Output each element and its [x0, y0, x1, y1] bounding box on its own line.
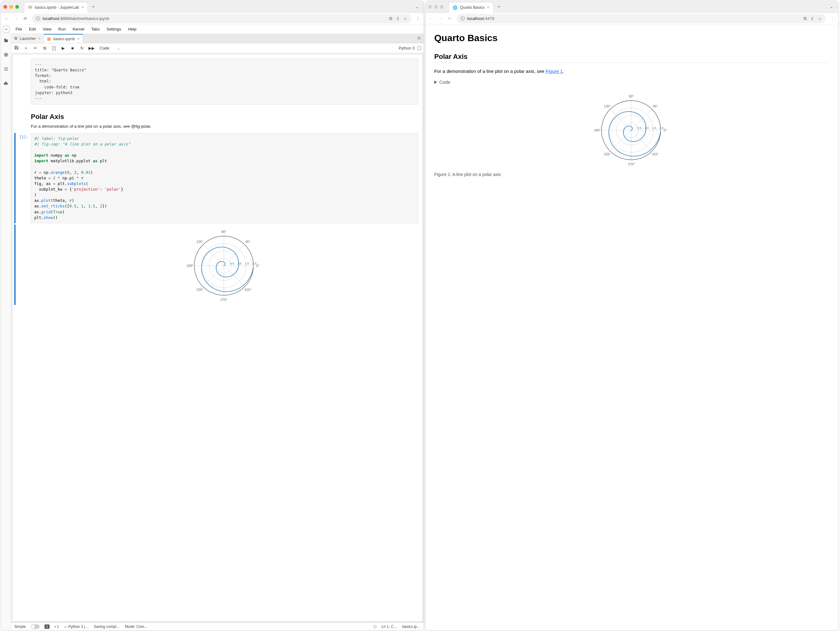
- figure-link[interactable]: Figure 1: [545, 68, 562, 74]
- angle-tick-label: 135°: [604, 104, 611, 108]
- close-window-icon[interactable]: [428, 5, 432, 9]
- restart-button[interactable]: ↻: [79, 46, 85, 51]
- terminals-count[interactable]: ▪ 1: [54, 625, 59, 629]
- code-cell[interactable]: [1]: #| label: fig-polar #| fig-cap: "A …: [13, 133, 423, 223]
- raw-cell-content[interactable]: --- title: "Quarto Basics" format: html:…: [31, 58, 418, 104]
- share-icon[interactable]: ⇪: [810, 16, 814, 21]
- svg-line-16: [203, 266, 224, 286]
- close-tab-icon[interactable]: ×: [77, 37, 79, 41]
- code-prompt: [1]:: [16, 133, 31, 223]
- fast-forward-button[interactable]: ▶▶: [88, 46, 94, 51]
- traffic-lights: [3, 5, 22, 9]
- new-tab-button[interactable]: +: [90, 3, 97, 10]
- svg-text:0.5: 0.5: [230, 262, 234, 265]
- svg-text:1.0: 1.0: [237, 262, 241, 265]
- open-external-icon[interactable]: ⧉: [804, 16, 807, 21]
- kernel-indicator[interactable]: Python 3: [398, 46, 421, 51]
- status-kernel[interactable]: ☼ Python 3 |…: [64, 625, 89, 629]
- site-info-icon[interactable]: ⓘ: [36, 16, 40, 22]
- toc-icon[interactable]: [3, 66, 9, 73]
- menu-edit[interactable]: Edit: [25, 25, 39, 33]
- bookmark-icon[interactable]: ☆: [404, 16, 407, 21]
- insert-cell-button[interactable]: +: [23, 46, 28, 51]
- svg-line-35: [631, 130, 652, 151]
- reload-button[interactable]: ⟳: [447, 16, 452, 21]
- browser-tab[interactable]: basics.ipynb - JupyterLab ×: [24, 2, 88, 13]
- stop-button[interactable]: ■: [70, 46, 75, 51]
- angle-tick-label: 0°: [256, 264, 259, 267]
- zoom-window-icon[interactable]: [15, 5, 19, 9]
- angle-tick-label: 90°: [221, 230, 226, 234]
- tab-basics-ipynb[interactable]: ▦ basics.ipynb ×: [44, 34, 83, 43]
- close-tab-icon[interactable]: ×: [487, 5, 489, 9]
- back-button[interactable]: ←: [429, 16, 434, 21]
- quarto-page[interactable]: Quarto Basics Polar Axis For a demonstra…: [426, 25, 838, 630]
- forward-button[interactable]: →: [13, 16, 18, 21]
- file-browser-icon[interactable]: [3, 38, 9, 44]
- jupyter-logo-icon[interactable]: [3, 26, 9, 33]
- tab-label: Launcher: [20, 36, 36, 41]
- cell-type-select[interactable]: Code⌄: [98, 45, 122, 51]
- svg-line-14: [203, 245, 224, 266]
- address-input[interactable]: ⓘ localhost:8888/lab/tree/basics.ipynb ⧉…: [32, 14, 411, 23]
- paste-button[interactable]: 📋: [51, 46, 57, 51]
- address-input[interactable]: ⓘ localhost:4479 ⧉ ⇪ ☆: [457, 14, 826, 23]
- activity-bar: [1, 34, 11, 630]
- menu-settings[interactable]: Settings: [103, 25, 125, 33]
- page-title: Quarto Basics: [434, 33, 829, 43]
- markdown-cell[interactable]: Polar Axis For a demonstration of a line…: [13, 109, 423, 129]
- tab-launcher[interactable]: ⧉ Launcher ×: [11, 34, 44, 43]
- extensions-icon[interactable]: [3, 81, 9, 87]
- url-bar: ← → ⟳ ⓘ localhost:4479 ⧉ ⇪ ☆ ⋮: [426, 13, 838, 25]
- tab-label: basics.ipynb: [53, 37, 75, 41]
- save-button[interactable]: [14, 46, 19, 51]
- traffic-lights: [428, 5, 447, 9]
- raw-cell[interactable]: --- title: "Quarto Basics" format: html:…: [13, 58, 423, 104]
- copy-button[interactable]: ⧉: [42, 46, 47, 51]
- menu-tabs[interactable]: Tabs: [88, 25, 103, 33]
- close-tab-icon[interactable]: ×: [38, 36, 41, 41]
- browser-menu-icon[interactable]: ⋮: [416, 16, 421, 21]
- simple-mode-toggle[interactable]: [31, 625, 39, 629]
- close-tab-icon[interactable]: ×: [82, 5, 84, 9]
- open-external-icon[interactable]: ⧉: [389, 16, 392, 21]
- minimize-window-icon[interactable]: [434, 5, 438, 9]
- tab-overflow-icon[interactable]: ⌄: [827, 3, 836, 10]
- run-button[interactable]: ▶: [60, 46, 66, 51]
- svg-rect-2: [5, 54, 6, 55]
- bookmark-icon[interactable]: ☆: [818, 16, 822, 21]
- share-icon[interactable]: ⇪: [396, 16, 400, 21]
- site-info-icon[interactable]: ⓘ: [461, 16, 465, 22]
- menu-run[interactable]: Run: [55, 25, 69, 33]
- angle-tick-label: 315°: [245, 288, 251, 291]
- tab-settings-icon[interactable]: ⚙: [414, 34, 424, 43]
- running-icon[interactable]: [3, 52, 9, 58]
- forward-button[interactable]: →: [438, 16, 443, 21]
- angle-tick-label: 270°: [220, 298, 227, 302]
- browser-menu-icon[interactable]: ⋮: [830, 16, 835, 21]
- angle-tick-label: 45°: [653, 104, 658, 108]
- code-cell-content[interactable]: #| label: fig-polar #| fig-cap: "A line …: [31, 133, 418, 223]
- code-fold-summary[interactable]: Code: [434, 79, 829, 85]
- cut-button[interactable]: ✂: [32, 46, 38, 51]
- trusted-icon[interactable]: ⬡: [373, 625, 376, 629]
- minimize-window-icon[interactable]: [9, 5, 13, 9]
- menu-help[interactable]: Help: [125, 25, 140, 33]
- errors-count[interactable]: 0: [44, 625, 49, 629]
- back-button[interactable]: ←: [4, 16, 9, 21]
- code-fold[interactable]: Code: [434, 79, 829, 85]
- tab-overflow-icon[interactable]: ⌄: [413, 3, 421, 10]
- status-ln: Ln 1, C…: [381, 625, 397, 629]
- new-tab-button[interactable]: +: [495, 3, 503, 10]
- zoom-window-icon[interactable]: [440, 5, 444, 9]
- menu-file[interactable]: File: [12, 25, 25, 33]
- angle-tick-label: 315°: [652, 152, 659, 156]
- notebook-scroll[interactable]: --- title: "Quarto Basics" format: html:…: [11, 53, 424, 623]
- reload-button[interactable]: ⟳: [23, 16, 28, 21]
- menu-view[interactable]: View: [39, 25, 55, 33]
- browser-tab[interactable]: 🌐 Quarto Basics ×: [448, 2, 493, 13]
- angle-tick-label: 90°: [629, 94, 634, 98]
- status-save: Saving compl…: [94, 625, 120, 629]
- close-window-icon[interactable]: [3, 5, 7, 9]
- menu-kernel[interactable]: Kernel: [69, 25, 88, 33]
